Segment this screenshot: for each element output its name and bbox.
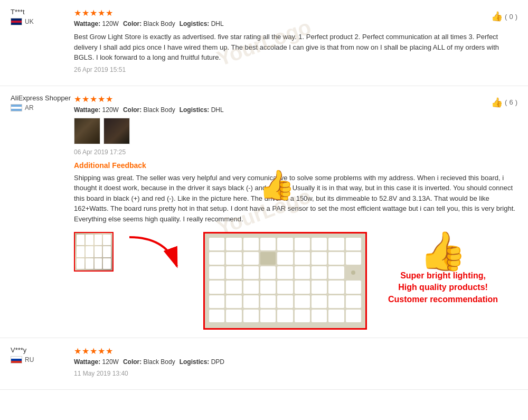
- color-label-1: Color: Black Body: [123, 20, 175, 27]
- country-label-2: AR: [25, 104, 34, 111]
- review-2: YourLogo AliExpress Shopper AR ★★★★★ Wat…: [0, 86, 528, 339]
- flag-uk: [11, 18, 22, 25]
- wattage-label-1: Wattage: 120W: [74, 20, 119, 27]
- review-1: YourLogo T***t UK ★★★★★ Wattage: 120W Co…: [0, 0, 528, 86]
- review-3: V***y RU ★★★★★ Wattage: 120W Color: Blac…: [0, 338, 528, 390]
- recommendation-box: 👍 Super bright lighting, High quality pr…: [388, 232, 498, 305]
- led-grid-display: [205, 234, 365, 328]
- logistics-label-3: Logistics: DPD: [180, 358, 224, 366]
- additional-feedback-label: Additional Feedback: [74, 161, 517, 170]
- review-date-2: 06 Apr 2019 17:25: [74, 148, 517, 156]
- thumbs-up-emoji-top: 👍: [259, 171, 295, 200]
- logistics-label-2: Logistics: DHL: [180, 106, 224, 114]
- recommendation-text: Super bright lighting, High quality prod…: [388, 270, 498, 305]
- thumb-dark-2: [104, 118, 129, 144]
- stars-1: ★★★★★: [74, 8, 114, 18]
- like-icon-1: 👍: [491, 11, 503, 22]
- review-date-3: 11 May 2019 13:40: [74, 370, 517, 377]
- review-date-1: 26 Apr 2019 15:51: [74, 66, 517, 73]
- reviewer-info-2: AliExpress Shopper AR: [11, 94, 74, 111]
- feedback-main-image[interactable]: [203, 232, 367, 330]
- country-label-1: UK: [25, 18, 34, 25]
- logistics-label-1: Logistics: DHL: [180, 20, 224, 27]
- color-label-3: Color: Black Body: [123, 358, 175, 366]
- like-button-1[interactable]: 👍 (0): [491, 11, 517, 22]
- stars-3: ★★★★★: [74, 346, 114, 356]
- color-label-2: Color: Black Body: [123, 106, 175, 114]
- additional-feedback-section: Additional Feedback Shipping was great. …: [74, 161, 517, 330]
- feedback-arrow-container: [124, 232, 193, 274]
- wattage-label-3: Wattage: 120W: [74, 358, 119, 366]
- like-icon-2: 👍: [491, 97, 503, 108]
- review-meta-1: Wattage: 120W Color: Black Body Logistic…: [74, 20, 517, 27]
- review-thumb-1[interactable]: [74, 118, 100, 144]
- reviewer-info-3: V***y RU: [11, 346, 74, 363]
- review-meta-3: Wattage: 120W Color: Black Body Logistic…: [74, 358, 517, 366]
- thumbs-emoji-large: 👍: [419, 232, 467, 270]
- like-button-2[interactable]: 👍 (6): [491, 97, 517, 108]
- feedback-media-section: 👍 Super bright lighting, High quality pr…: [74, 232, 517, 330]
- review-main-1: ★★★★★ Wattage: 120W Color: Black Body Lo…: [74, 8, 517, 73]
- review-images-2: [74, 118, 517, 144]
- flag-ar: [11, 104, 22, 111]
- thumbs-emoji-1: 👍: [259, 169, 295, 201]
- review-thumb-2[interactable]: [103, 118, 130, 144]
- reviewer-country-3: RU: [11, 356, 74, 363]
- red-arrow-svg: [124, 232, 193, 274]
- reviewer-country-2: AR: [11, 104, 74, 111]
- reviewer-name-1: T***t: [11, 8, 74, 16]
- review-meta-2: Wattage: 120W Color: Black Body Logistic…: [74, 106, 517, 114]
- flag-ru: [11, 356, 22, 363]
- thumb-dark-1: [74, 118, 100, 144]
- stars-2: ★★★★★: [74, 94, 114, 104]
- country-label-3: RU: [25, 356, 34, 363]
- reviewer-name-3: V***y: [11, 346, 74, 354]
- review-main-3: ★★★★★ Wattage: 120W Color: Black Body Lo…: [74, 346, 517, 377]
- additional-feedback-text: Shipping was great. The seller was very …: [74, 173, 517, 225]
- review-main-2: ★★★★★ Wattage: 120W Color: Black Body Lo…: [74, 94, 517, 156]
- reviewer-info-1: T***t UK: [11, 8, 74, 25]
- feedback-thumb[interactable]: [74, 232, 114, 272]
- reviewer-name-2: AliExpress Shopper: [11, 94, 74, 102]
- wattage-label-2: Wattage: 120W: [74, 106, 119, 114]
- reviewer-country-1: UK: [11, 18, 74, 25]
- review-text-1: Best Grow Light Store is exactly as adve…: [74, 32, 517, 63]
